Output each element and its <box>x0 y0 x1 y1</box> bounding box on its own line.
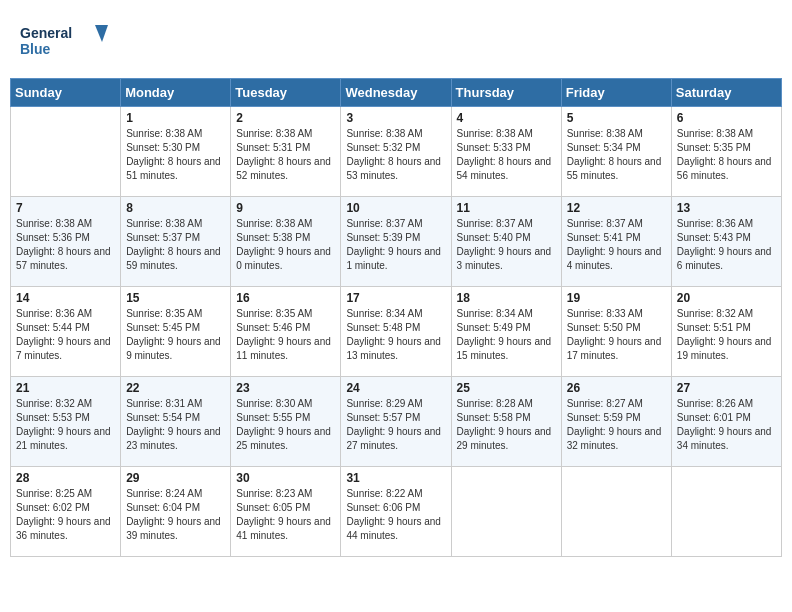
calendar-day-cell: 7Sunrise: 8:38 AMSunset: 5:36 PMDaylight… <box>11 197 121 287</box>
day-info: Sunrise: 8:25 AMSunset: 6:02 PMDaylight:… <box>16 487 115 543</box>
day-info: Sunrise: 8:38 AMSunset: 5:37 PMDaylight:… <box>126 217 225 273</box>
calendar-day-cell: 17Sunrise: 8:34 AMSunset: 5:48 PMDayligh… <box>341 287 451 377</box>
day-info: Sunrise: 8:34 AMSunset: 5:49 PMDaylight:… <box>457 307 556 363</box>
weekday-header-cell: Sunday <box>11 79 121 107</box>
day-number: 31 <box>346 471 445 485</box>
day-number: 18 <box>457 291 556 305</box>
weekday-header-cell: Saturday <box>671 79 781 107</box>
calendar-day-cell: 31Sunrise: 8:22 AMSunset: 6:06 PMDayligh… <box>341 467 451 557</box>
day-number: 16 <box>236 291 335 305</box>
day-number: 13 <box>677 201 776 215</box>
day-info: Sunrise: 8:32 AMSunset: 5:53 PMDaylight:… <box>16 397 115 453</box>
day-number: 2 <box>236 111 335 125</box>
calendar-day-cell: 6Sunrise: 8:38 AMSunset: 5:35 PMDaylight… <box>671 107 781 197</box>
day-number: 14 <box>16 291 115 305</box>
day-info: Sunrise: 8:31 AMSunset: 5:54 PMDaylight:… <box>126 397 225 453</box>
day-info: Sunrise: 8:38 AMSunset: 5:36 PMDaylight:… <box>16 217 115 273</box>
day-number: 5 <box>567 111 666 125</box>
calendar-day-cell: 13Sunrise: 8:36 AMSunset: 5:43 PMDayligh… <box>671 197 781 287</box>
calendar-day-cell: 1Sunrise: 8:38 AMSunset: 5:30 PMDaylight… <box>121 107 231 197</box>
calendar-day-cell: 12Sunrise: 8:37 AMSunset: 5:41 PMDayligh… <box>561 197 671 287</box>
weekday-header-cell: Monday <box>121 79 231 107</box>
day-number: 11 <box>457 201 556 215</box>
calendar-day-cell <box>671 467 781 557</box>
day-number: 28 <box>16 471 115 485</box>
calendar-day-cell: 25Sunrise: 8:28 AMSunset: 5:58 PMDayligh… <box>451 377 561 467</box>
day-number: 7 <box>16 201 115 215</box>
weekday-header-cell: Friday <box>561 79 671 107</box>
day-number: 21 <box>16 381 115 395</box>
calendar-week-row: 28Sunrise: 8:25 AMSunset: 6:02 PMDayligh… <box>11 467 782 557</box>
day-number: 26 <box>567 381 666 395</box>
calendar-day-cell: 14Sunrise: 8:36 AMSunset: 5:44 PMDayligh… <box>11 287 121 377</box>
day-info: Sunrise: 8:38 AMSunset: 5:34 PMDaylight:… <box>567 127 666 183</box>
calendar-week-row: 14Sunrise: 8:36 AMSunset: 5:44 PMDayligh… <box>11 287 782 377</box>
calendar-day-cell: 15Sunrise: 8:35 AMSunset: 5:45 PMDayligh… <box>121 287 231 377</box>
day-number: 1 <box>126 111 225 125</box>
day-info: Sunrise: 8:34 AMSunset: 5:48 PMDaylight:… <box>346 307 445 363</box>
calendar-day-cell: 24Sunrise: 8:29 AMSunset: 5:57 PMDayligh… <box>341 377 451 467</box>
calendar-day-cell: 23Sunrise: 8:30 AMSunset: 5:55 PMDayligh… <box>231 377 341 467</box>
day-number: 20 <box>677 291 776 305</box>
day-info: Sunrise: 8:33 AMSunset: 5:50 PMDaylight:… <box>567 307 666 363</box>
day-info: Sunrise: 8:26 AMSunset: 6:01 PMDaylight:… <box>677 397 776 453</box>
day-number: 30 <box>236 471 335 485</box>
day-info: Sunrise: 8:24 AMSunset: 6:04 PMDaylight:… <box>126 487 225 543</box>
logo-svg: General Blue <box>20 20 110 65</box>
calendar-day-cell: 21Sunrise: 8:32 AMSunset: 5:53 PMDayligh… <box>11 377 121 467</box>
calendar-body: 1Sunrise: 8:38 AMSunset: 5:30 PMDaylight… <box>11 107 782 557</box>
calendar-day-cell <box>11 107 121 197</box>
calendar-day-cell: 9Sunrise: 8:38 AMSunset: 5:38 PMDaylight… <box>231 197 341 287</box>
day-number: 24 <box>346 381 445 395</box>
calendar-day-cell: 10Sunrise: 8:37 AMSunset: 5:39 PMDayligh… <box>341 197 451 287</box>
calendar-week-row: 7Sunrise: 8:38 AMSunset: 5:36 PMDaylight… <box>11 197 782 287</box>
calendar-day-cell: 11Sunrise: 8:37 AMSunset: 5:40 PMDayligh… <box>451 197 561 287</box>
day-number: 19 <box>567 291 666 305</box>
calendar-day-cell: 29Sunrise: 8:24 AMSunset: 6:04 PMDayligh… <box>121 467 231 557</box>
svg-marker-2 <box>95 25 108 42</box>
day-info: Sunrise: 8:38 AMSunset: 5:35 PMDaylight:… <box>677 127 776 183</box>
day-info: Sunrise: 8:37 AMSunset: 5:41 PMDaylight:… <box>567 217 666 273</box>
day-number: 17 <box>346 291 445 305</box>
calendar-day-cell: 22Sunrise: 8:31 AMSunset: 5:54 PMDayligh… <box>121 377 231 467</box>
calendar-day-cell <box>451 467 561 557</box>
weekday-header-cell: Tuesday <box>231 79 341 107</box>
calendar-day-cell: 4Sunrise: 8:38 AMSunset: 5:33 PMDaylight… <box>451 107 561 197</box>
logo: General Blue <box>20 20 110 65</box>
day-info: Sunrise: 8:38 AMSunset: 5:30 PMDaylight:… <box>126 127 225 183</box>
calendar-week-row: 1Sunrise: 8:38 AMSunset: 5:30 PMDaylight… <box>11 107 782 197</box>
calendar-day-cell: 30Sunrise: 8:23 AMSunset: 6:05 PMDayligh… <box>231 467 341 557</box>
day-number: 29 <box>126 471 225 485</box>
day-info: Sunrise: 8:38 AMSunset: 5:32 PMDaylight:… <box>346 127 445 183</box>
calendar-day-cell: 16Sunrise: 8:35 AMSunset: 5:46 PMDayligh… <box>231 287 341 377</box>
calendar-day-cell: 28Sunrise: 8:25 AMSunset: 6:02 PMDayligh… <box>11 467 121 557</box>
day-number: 15 <box>126 291 225 305</box>
calendar-table: SundayMondayTuesdayWednesdayThursdayFrid… <box>10 78 782 557</box>
weekday-header: SundayMondayTuesdayWednesdayThursdayFrid… <box>11 79 782 107</box>
day-info: Sunrise: 8:28 AMSunset: 5:58 PMDaylight:… <box>457 397 556 453</box>
day-number: 23 <box>236 381 335 395</box>
day-info: Sunrise: 8:29 AMSunset: 5:57 PMDaylight:… <box>346 397 445 453</box>
day-number: 8 <box>126 201 225 215</box>
day-number: 12 <box>567 201 666 215</box>
calendar-day-cell: 27Sunrise: 8:26 AMSunset: 6:01 PMDayligh… <box>671 377 781 467</box>
calendar-week-row: 21Sunrise: 8:32 AMSunset: 5:53 PMDayligh… <box>11 377 782 467</box>
day-number: 10 <box>346 201 445 215</box>
day-number: 3 <box>346 111 445 125</box>
day-info: Sunrise: 8:32 AMSunset: 5:51 PMDaylight:… <box>677 307 776 363</box>
day-number: 4 <box>457 111 556 125</box>
day-info: Sunrise: 8:36 AMSunset: 5:43 PMDaylight:… <box>677 217 776 273</box>
calendar-day-cell: 20Sunrise: 8:32 AMSunset: 5:51 PMDayligh… <box>671 287 781 377</box>
day-number: 22 <box>126 381 225 395</box>
day-number: 6 <box>677 111 776 125</box>
day-info: Sunrise: 8:30 AMSunset: 5:55 PMDaylight:… <box>236 397 335 453</box>
day-info: Sunrise: 8:38 AMSunset: 5:33 PMDaylight:… <box>457 127 556 183</box>
day-info: Sunrise: 8:37 AMSunset: 5:39 PMDaylight:… <box>346 217 445 273</box>
calendar-day-cell: 8Sunrise: 8:38 AMSunset: 5:37 PMDaylight… <box>121 197 231 287</box>
day-info: Sunrise: 8:35 AMSunset: 5:46 PMDaylight:… <box>236 307 335 363</box>
svg-text:General: General <box>20 25 72 41</box>
page-header: General Blue <box>10 10 782 70</box>
day-info: Sunrise: 8:35 AMSunset: 5:45 PMDaylight:… <box>126 307 225 363</box>
calendar-day-cell: 5Sunrise: 8:38 AMSunset: 5:34 PMDaylight… <box>561 107 671 197</box>
day-number: 9 <box>236 201 335 215</box>
